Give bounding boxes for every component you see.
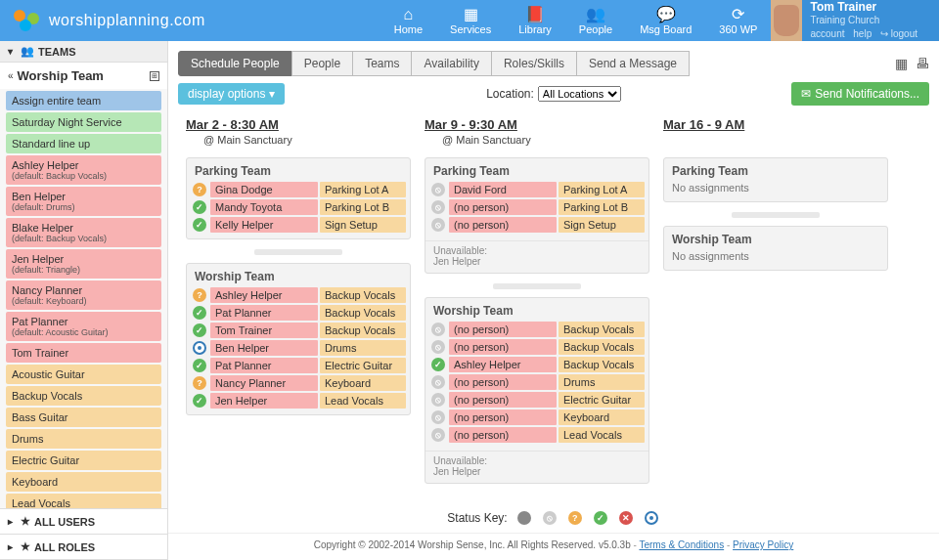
- assignment-person[interactable]: Jen Helper: [210, 393, 318, 409]
- assignment-row[interactable]: ✓Tom TrainerBackup Vocals: [191, 323, 406, 338]
- assignment-person[interactable]: (no person): [449, 427, 557, 443]
- sidebar-item[interactable]: Drums: [6, 429, 161, 449]
- assignment-role[interactable]: Drums: [559, 374, 645, 390]
- assignment-person[interactable]: (no person): [449, 392, 557, 408]
- sidebar-teams-header[interactable]: ▾ 👥 TEAMS: [0, 41, 167, 63]
- assignment-row[interactable]: ⦸(no person)Drums: [429, 374, 645, 390]
- assignment-person[interactable]: Kelly Helper: [210, 217, 318, 233]
- assignment-row[interactable]: ?Gina DodgeParking Lot A: [191, 182, 406, 197]
- sidebar-item[interactable]: Acoustic Guitar: [6, 365, 161, 384]
- tab-teams[interactable]: Teams: [352, 51, 412, 76]
- assignment-role[interactable]: Keyboard: [559, 409, 645, 425]
- chevron-left-icon[interactable]: «: [8, 70, 14, 81]
- assignment-row[interactable]: ✓Mandy ToyotaParking Lot B: [191, 199, 406, 215]
- print-icon[interactable]: 🖶: [916, 56, 929, 71]
- link-help[interactable]: help: [853, 28, 872, 39]
- sidebar-item[interactable]: Ashley Helper(default: Backup Vocals): [6, 155, 161, 185]
- assignment-role[interactable]: Electric Guitar: [320, 358, 406, 373]
- assignment-row[interactable]: ✓Ashley HelperBackup Vocals: [429, 357, 645, 372]
- sidebar-item[interactable]: Keyboard: [6, 472, 161, 492]
- assignment-role[interactable]: Lead Vocals: [320, 393, 406, 409]
- tab-people[interactable]: People: [291, 51, 353, 76]
- assignment-person[interactable]: Ben Helper: [210, 340, 318, 356]
- sidebar-item[interactable]: Blake Helper(default: Backup Vocals): [6, 218, 161, 247]
- assignment-row[interactable]: ⦸(no person)Sign Setup: [429, 217, 645, 233]
- logo[interactable]: worshipplanning.com: [0, 10, 205, 31]
- sidebar-item[interactable]: Nancy Planner(default: Keyboard): [6, 280, 161, 310]
- assignment-person[interactable]: (no person): [449, 339, 557, 355]
- assignment-row[interactable]: ⦸(no person)Parking Lot B: [429, 199, 645, 215]
- assignment-person[interactable]: (no person): [449, 409, 557, 425]
- sidebar-item[interactable]: Tom Trainer: [6, 343, 161, 363]
- assignment-person[interactable]: Ashley Helper: [449, 357, 557, 372]
- sidebar-item[interactable]: Electric Guitar: [6, 451, 161, 470]
- assignment-person[interactable]: Nancy Planner: [210, 375, 318, 391]
- sidebar-item[interactable]: Ben Helper(default: Drums): [6, 187, 161, 216]
- assignment-role[interactable]: Sign Setup: [320, 217, 406, 233]
- assignment-person[interactable]: (no person): [449, 217, 557, 233]
- assignment-role[interactable]: Lead Vocals: [559, 427, 645, 443]
- send-notifications-button[interactable]: ✉Send Notifications...: [791, 82, 929, 106]
- assignment-person[interactable]: (no person): [449, 199, 557, 215]
- assignment-person[interactable]: Gina Dodge: [210, 182, 318, 197]
- assignment-row[interactable]: ⦸(no person)Backup Vocals: [429, 339, 645, 355]
- assignment-row[interactable]: ✓Pat PlannerElectric Guitar: [191, 358, 406, 373]
- assignment-row[interactable]: ⦸(no person)Lead Vocals: [429, 427, 645, 443]
- sidebar-item[interactable]: Assign entire team: [6, 91, 161, 110]
- assignment-person[interactable]: Tom Trainer: [210, 323, 318, 338]
- tab-availability[interactable]: Availability: [411, 51, 491, 76]
- assignment-row[interactable]: ✓Pat PlannerBackup Vocals: [191, 305, 406, 321]
- assignment-role[interactable]: Parking Lot A: [559, 182, 645, 197]
- assignment-row[interactable]: ⦸(no person)Electric Guitar: [429, 392, 645, 408]
- assignment-role[interactable]: Backup Vocals: [559, 357, 645, 372]
- assignment-person[interactable]: Pat Planner: [210, 358, 318, 373]
- assignment-row[interactable]: ⦸(no person)Backup Vocals: [429, 322, 645, 337]
- sidebar-item[interactable]: Saturday Night Service: [6, 112, 161, 132]
- assignment-row[interactable]: ⦸(no person)Keyboard: [429, 409, 645, 425]
- location-select[interactable]: All Locations: [538, 86, 621, 102]
- link-logout[interactable]: ↪ logout: [880, 28, 923, 39]
- assignment-person[interactable]: Ashley Helper: [210, 287, 318, 303]
- tab-send-message[interactable]: Send a Message: [576, 51, 690, 76]
- assignment-person[interactable]: (no person): [449, 374, 557, 390]
- nav-people[interactable]: 👥People: [565, 0, 626, 41]
- tab-roles-skills[interactable]: Roles/Skills: [491, 51, 577, 76]
- assignment-person[interactable]: (no person): [449, 322, 557, 337]
- assignment-row[interactable]: ⦸David FordParking Lot A: [429, 182, 645, 197]
- assignment-role[interactable]: Parking Lot B: [559, 199, 645, 215]
- tab-schedule-people[interactable]: Schedule People: [178, 51, 292, 76]
- sidebar-item[interactable]: Lead Vocals: [6, 494, 161, 508]
- nav-library[interactable]: 📕Library: [505, 0, 565, 41]
- footer-privacy-link[interactable]: Privacy Policy: [733, 539, 793, 550]
- avatar[interactable]: [771, 0, 802, 41]
- assignment-row[interactable]: ✓Jen HelperLead Vocals: [191, 393, 406, 409]
- assignment-role[interactable]: Backup Vocals: [320, 305, 406, 321]
- assignment-role[interactable]: Keyboard: [320, 375, 406, 391]
- assignment-role[interactable]: Backup Vocals: [559, 339, 645, 355]
- assignment-role[interactable]: Sign Setup: [559, 217, 645, 233]
- sidebar-item[interactable]: Jen Helper(default: Triangle): [6, 249, 161, 279]
- assignment-role[interactable]: Parking Lot A: [320, 182, 406, 197]
- assignment-role[interactable]: Backup Vocals: [559, 322, 645, 337]
- assignment-row[interactable]: ✓Kelly HelperSign Setup: [191, 217, 406, 233]
- assignment-role[interactable]: Electric Guitar: [559, 392, 645, 408]
- assignment-role[interactable]: Backup Vocals: [320, 323, 406, 338]
- nav-msgboard[interactable]: 💬Msg Board: [626, 0, 705, 41]
- sidebar-item[interactable]: Pat Planner(default: Acoustic Guitar): [6, 312, 161, 341]
- sidebar-all-roles[interactable]: ▸ ★ ALL ROLES: [0, 535, 167, 560]
- assignment-person[interactable]: Pat Planner: [210, 305, 318, 321]
- nav-services[interactable]: ▦Services: [436, 0, 505, 41]
- sidebar-item[interactable]: Backup Vocals: [6, 386, 161, 406]
- footer-terms-link[interactable]: Terms & Conditions: [639, 539, 724, 550]
- assignment-row[interactable]: Ben HelperDrums: [191, 340, 406, 356]
- display-options-button[interactable]: display options▾: [178, 83, 285, 105]
- assignment-role[interactable]: Parking Lot B: [320, 199, 406, 215]
- nav-360wp[interactable]: ⟳360 WP: [705, 0, 771, 41]
- assignment-role[interactable]: Drums: [320, 340, 406, 356]
- sidebar-all-users[interactable]: ▸ ★ ALL USERS: [0, 509, 167, 535]
- assignment-row[interactable]: ?Ashley HelperBackup Vocals: [191, 287, 406, 303]
- sidebar-item[interactable]: Bass Guitar: [6, 408, 161, 427]
- assignment-person[interactable]: David Ford: [449, 182, 557, 197]
- nav-home[interactable]: ⌂Home: [380, 0, 436, 41]
- assignment-row[interactable]: ?Nancy PlannerKeyboard: [191, 375, 406, 391]
